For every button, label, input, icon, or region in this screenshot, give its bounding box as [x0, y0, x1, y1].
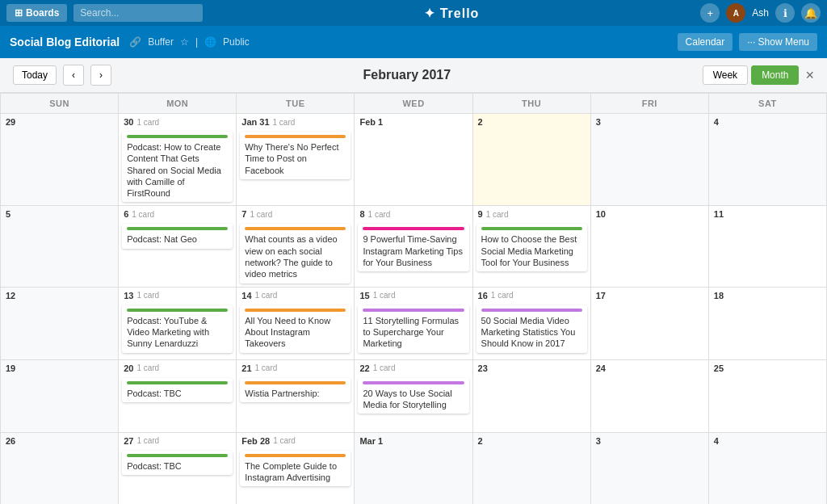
search-input[interactable] — [73, 4, 203, 22]
board-title: Social Blog Editorial — [10, 36, 120, 48]
calendar-button[interactable]: Calendar — [678, 33, 733, 51]
card-color-bar — [127, 454, 228, 457]
week-button[interactable]: Week — [703, 65, 748, 85]
card-count: 1 card — [486, 210, 509, 219]
card-title: Podcast: YouTube & Video Marketing with … — [127, 316, 209, 349]
day-number: Feb 1 — [359, 117, 383, 127]
card-title: What counts as a video view on each soci… — [245, 234, 337, 279]
calendar-cell: 23 — [472, 359, 590, 432]
card-color-bar — [127, 309, 228, 312]
separator: | — [195, 36, 198, 48]
calendar-cell: 141 cardAll You Need to Know About Insta… — [237, 287, 355, 359]
card-count: 1 card — [136, 118, 159, 127]
top-nav: ⊞ Boards ✦ Trello + A Ash ℹ 🔔 — [0, 0, 827, 26]
globe-icon: 🌐 — [204, 36, 216, 48]
calendar-cell: 29 — [1, 114, 119, 206]
calendar-cell: 3 — [590, 114, 708, 206]
info-button[interactable]: ℹ — [775, 3, 795, 23]
calendar-card[interactable]: Podcast: YouTube & Video Marketing with … — [122, 305, 233, 353]
calendar-card[interactable]: 20 Ways to Use Social Media for Storytel… — [358, 378, 468, 414]
calendar-cell: 5 — [1, 206, 119, 287]
avatar[interactable]: A — [726, 3, 745, 23]
calendar-cell: 10 — [590, 206, 708, 287]
week-row: 12131 cardPodcast: YouTube & Video Marke… — [1, 287, 827, 359]
day-header: Mon — [119, 94, 237, 114]
calendar-card[interactable]: 50 Social Media Video Marketing Statisti… — [476, 305, 587, 353]
close-button[interactable]: × — [805, 67, 814, 84]
nav-right: + A Ash ℹ 🔔 — [700, 3, 821, 23]
user-name: Ash — [752, 7, 769, 19]
bell-button[interactable]: 🔔 — [801, 3, 821, 23]
card-title: The Complete Guide to Instagram Advertis… — [245, 461, 337, 482]
calendar-card[interactable]: 11 Storytelling Formulas to Supercharge … — [358, 305, 468, 353]
day-number: 22 — [359, 363, 369, 373]
buffer-label[interactable]: Buffer — [148, 36, 174, 48]
calendar-card[interactable]: Podcast: How to Create Content That Gets… — [122, 132, 233, 202]
calendar-card[interactable]: Podcast: TBC — [122, 378, 233, 402]
day-number: 13 — [124, 291, 133, 300]
card-color-bar — [245, 454, 346, 457]
card-title: Why There's No Perfect Time to Post on F… — [245, 142, 338, 175]
card-color-bar — [127, 135, 228, 138]
day-number: 11 — [714, 209, 724, 219]
calendar-cell: 2 — [472, 432, 590, 504]
next-button[interactable]: › — [90, 65, 111, 86]
day-number: 7 — [241, 209, 246, 219]
calendar-card[interactable]: The Complete Guide to Instagram Advertis… — [240, 451, 351, 487]
calendar-card[interactable]: 9 Powerful Time-Saving Instagram Marketi… — [358, 224, 468, 271]
calendar-title: February 2017 — [118, 68, 696, 82]
card-count: 1 card — [255, 363, 278, 372]
calendar-card[interactable]: What counts as a video view on each soci… — [240, 224, 351, 283]
calendar-cell: 301 cardPodcast: How to Create Content T… — [119, 114, 237, 206]
calendar-cell: 221 card20 Ways to Use Social Media for … — [355, 359, 472, 432]
board-actions: Calendar ··· Show Menu — [678, 33, 817, 51]
day-header: Fri — [590, 94, 708, 114]
card-color-bar — [245, 381, 346, 384]
day-number: 17 — [596, 291, 606, 300]
day-number: 18 — [714, 291, 724, 300]
day-number: 3 — [596, 436, 601, 446]
calendar-card[interactable]: Podcast: TBC — [122, 451, 233, 475]
view-buttons: Week Month — [703, 65, 800, 85]
card-color-bar — [245, 135, 346, 138]
calendar-card[interactable]: How to Choose the Best Social Media Mark… — [476, 224, 587, 271]
card-title: How to Choose the Best Social Media Mark… — [481, 234, 577, 267]
calendar-cell: 12 — [1, 287, 119, 359]
calendar-cell: 11 — [708, 206, 826, 287]
calendar-card[interactable]: Why There's No Perfect Time to Post on F… — [240, 132, 351, 179]
day-number: Feb 28 — [241, 436, 270, 446]
calendar-cell: 4 — [708, 432, 826, 504]
boards-button[interactable]: ⊞ Boards — [6, 4, 67, 22]
card-count: 1 card — [136, 363, 159, 372]
today-button[interactable]: Today — [13, 65, 57, 85]
card-color-bar — [363, 227, 464, 230]
day-number: 9 — [478, 209, 483, 219]
prev-button[interactable]: ‹ — [63, 65, 84, 86]
card-title: 20 Ways to Use Social Media for Storytel… — [363, 388, 451, 410]
calendar-card[interactable]: All You Need to Know About Instagram Tak… — [240, 305, 351, 353]
day-number: 4 — [714, 436, 719, 446]
add-button[interactable]: + — [700, 3, 720, 23]
day-number: 20 — [124, 363, 133, 373]
calendar-cell: 17 — [590, 287, 708, 359]
calendar-card[interactable]: Podcast: Nat Geo — [122, 224, 233, 248]
calendar-cell: 4 — [708, 114, 826, 206]
day-number: 30 — [124, 117, 133, 127]
card-title: Podcast: TBC — [127, 388, 182, 398]
week-row: 29301 cardPodcast: How to Create Content… — [1, 114, 827, 206]
day-number: 5 — [6, 209, 10, 219]
calendar-card[interactable]: Wistia Partnership: — [240, 378, 351, 402]
week-row: 26271 cardPodcast: TBCFeb 281 cardThe Co… — [1, 432, 827, 504]
card-color-bar — [245, 227, 346, 230]
calendar-cell: 26 — [1, 432, 119, 504]
week-row: 561 cardPodcast: Nat Geo71 cardWhat coun… — [1, 206, 827, 287]
day-number: 24 — [596, 363, 606, 373]
card-count: 1 card — [373, 291, 396, 300]
month-button[interactable]: Month — [751, 65, 799, 85]
day-number: 4 — [714, 117, 719, 127]
calendar-container: SunMonTueWedThuFriSat 29301 cardPodcast:… — [0, 93, 827, 504]
show-menu-button[interactable]: ··· Show Menu — [739, 33, 817, 51]
card-count: 1 card — [491, 291, 514, 300]
calendar-cell: Feb 281 cardThe Complete Guide to Instag… — [237, 432, 355, 504]
calendar-cell: 211 cardWistia Partnership: — [237, 359, 355, 432]
